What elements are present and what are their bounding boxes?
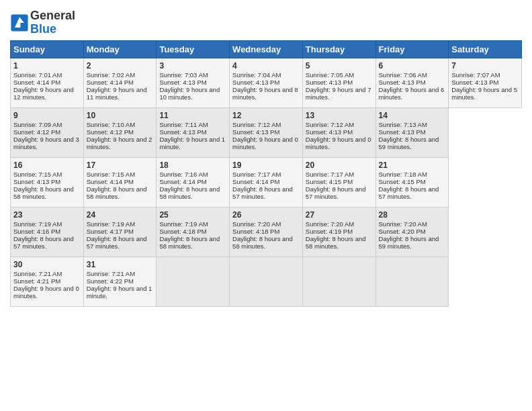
day-number: 31 (87, 260, 154, 269)
calendar-cell: 18Sunrise: 7:16 AMSunset: 4:14 PMDayligh… (157, 157, 230, 207)
calendar-week-row: 23Sunrise: 7:19 AMSunset: 4:16 PMDayligh… (11, 207, 522, 257)
calendar-cell: 2Sunrise: 7:02 AMSunset: 4:14 PMDaylight… (83, 58, 157, 107)
sunrise-label: Sunrise: 7:19 AM (13, 220, 62, 228)
calendar-week-row: 30Sunrise: 7:21 AMSunset: 4:21 PMDayligh… (11, 257, 522, 306)
logo-text-blue: Blue (30, 23, 75, 36)
day-number: 16 (13, 161, 81, 170)
day-number: 17 (87, 161, 154, 170)
sunset-label: Sunset: 4:13 PM (159, 79, 206, 86)
sunrise-label: Sunrise: 7:20 AM (379, 220, 427, 228)
calendar-cell: 21Sunrise: 7:18 AMSunset: 4:15 PMDayligh… (375, 157, 449, 207)
daylight-label: Daylight: 8 hours and 59 minutes. (379, 235, 439, 250)
sunrise-label: Sunrise: 7:17 AM (232, 171, 281, 178)
day-number: 14 (379, 111, 446, 120)
calendar-cell: 26Sunrise: 7:20 AMSunset: 4:18 PMDayligh… (230, 207, 303, 257)
daylight-label: Daylight: 9 hours and 5 minutes. (451, 86, 517, 101)
sunrise-label: Sunrise: 7:15 AM (13, 171, 62, 178)
logo: General Blue (10, 9, 75, 36)
calendar-header-row: SundayMondayTuesdayWednesdayThursdayFrid… (11, 40, 522, 58)
calendar-cell: 11Sunrise: 7:11 AMSunset: 4:13 PMDayligh… (157, 107, 230, 157)
day-number: 10 (87, 111, 154, 120)
daylight-label: Daylight: 9 hours and 0 minutes. (13, 285, 79, 300)
sunrise-label: Sunrise: 7:16 AM (159, 171, 208, 178)
sunset-label: Sunset: 4:13 PM (379, 79, 426, 86)
sunset-label: Sunset: 4:15 PM (306, 178, 353, 185)
sunset-label: Sunset: 4:14 PM (159, 178, 206, 185)
day-number: 4 (232, 61, 300, 71)
daylight-label: Daylight: 9 hours and 3 minutes. (13, 136, 79, 150)
calendar-cell: 10Sunrise: 7:10 AMSunset: 4:12 PMDayligh… (83, 107, 157, 157)
day-number: 9 (13, 111, 81, 120)
calendar-cell: 30Sunrise: 7:21 AMSunset: 4:21 PMDayligh… (11, 257, 84, 306)
sunrise-label: Sunrise: 7:20 AM (306, 220, 354, 228)
sunrise-label: Sunrise: 7:07 AM (451, 71, 500, 79)
sunrise-label: Sunrise: 7:19 AM (87, 220, 135, 228)
sunset-label: Sunset: 4:13 PM (232, 128, 279, 136)
sunset-label: Sunset: 4:16 PM (13, 228, 60, 235)
sunrise-label: Sunrise: 7:17 AM (306, 171, 354, 178)
sunrise-label: Sunrise: 7:02 AM (87, 71, 135, 79)
logo-text-general: General (30, 9, 75, 23)
daylight-label: Daylight: 9 hours and 2 minutes. (87, 136, 152, 150)
calendar-cell: 6Sunrise: 7:06 AMSunset: 4:13 PMDaylight… (375, 58, 449, 107)
sunrise-label: Sunrise: 7:01 AM (13, 71, 62, 79)
daylight-label: Daylight: 9 hours and 0 minutes. (306, 136, 371, 150)
sunset-label: Sunset: 4:14 PM (13, 79, 60, 86)
col-header-sunday: Sunday (11, 40, 84, 58)
day-number: 20 (306, 161, 373, 170)
sunset-label: Sunset: 4:13 PM (159, 128, 206, 136)
day-number: 28 (379, 210, 446, 220)
sunrise-label: Sunrise: 7:09 AM (13, 121, 62, 128)
day-number: 1 (13, 61, 81, 71)
calendar-week-row: 9Sunrise: 7:09 AMSunset: 4:12 PMDaylight… (11, 107, 522, 157)
col-header-wednesday: Wednesday (230, 40, 303, 58)
daylight-label: Daylight: 8 hours and 57 minutes. (232, 185, 293, 200)
logo-icon (10, 13, 29, 32)
sunrise-label: Sunrise: 7:04 AM (232, 71, 281, 79)
sunrise-label: Sunrise: 7:21 AM (87, 270, 135, 277)
daylight-label: Daylight: 8 hours and 58 minutes. (13, 185, 74, 200)
daylight-label: Daylight: 9 hours and 12 minutes. (13, 86, 74, 101)
daylight-label: Daylight: 8 hours and 58 minutes. (87, 185, 147, 200)
calendar-cell: 13Sunrise: 7:12 AMSunset: 4:13 PMDayligh… (302, 107, 375, 157)
calendar-cell: 7Sunrise: 7:07 AMSunset: 4:13 PMDaylight… (449, 58, 522, 107)
sunrise-label: Sunrise: 7:15 AM (87, 171, 135, 178)
calendar-cell: 4Sunrise: 7:04 AMSunset: 4:13 PMDaylight… (230, 58, 303, 107)
sunrise-label: Sunrise: 7:05 AM (306, 71, 354, 79)
sunset-label: Sunset: 4:13 PM (306, 79, 353, 86)
calendar-cell: 16Sunrise: 7:15 AMSunset: 4:13 PMDayligh… (11, 157, 84, 207)
sunrise-label: Sunrise: 7:21 AM (13, 270, 62, 277)
sunset-label: Sunset: 4:14 PM (87, 79, 134, 86)
daylight-label: Daylight: 9 hours and 6 minutes. (379, 86, 445, 101)
calendar-cell: 12Sunrise: 7:12 AMSunset: 4:13 PMDayligh… (230, 107, 303, 157)
day-number: 12 (232, 111, 300, 120)
calendar-cell: 23Sunrise: 7:19 AMSunset: 4:16 PMDayligh… (11, 207, 84, 257)
calendar-cell: 5Sunrise: 7:05 AMSunset: 4:13 PMDaylight… (302, 58, 375, 107)
sunset-label: Sunset: 4:20 PM (379, 228, 426, 235)
daylight-label: Daylight: 8 hours and 59 minutes. (379, 136, 439, 150)
day-number: 27 (306, 210, 373, 220)
day-number: 24 (87, 210, 154, 220)
sunset-label: Sunset: 4:17 PM (87, 228, 134, 235)
daylight-label: Daylight: 8 hours and 58 minutes. (232, 235, 293, 250)
daylight-label: Daylight: 8 hours and 57 minutes. (306, 185, 366, 200)
calendar-cell: 9Sunrise: 7:09 AMSunset: 4:12 PMDaylight… (11, 107, 84, 157)
calendar-cell: 24Sunrise: 7:19 AMSunset: 4:17 PMDayligh… (83, 207, 157, 257)
day-number: 5 (306, 61, 373, 71)
sunrise-label: Sunrise: 7:06 AM (379, 71, 427, 79)
daylight-label: Daylight: 9 hours and 1 minute. (159, 136, 225, 150)
sunset-label: Sunset: 4:22 PM (87, 277, 134, 285)
daylight-label: Daylight: 9 hours and 8 minutes. (232, 86, 298, 101)
daylight-label: Daylight: 9 hours and 7 minutes. (306, 86, 371, 101)
sunset-label: Sunset: 4:12 PM (13, 128, 60, 136)
day-number: 23 (13, 210, 81, 220)
sunset-label: Sunset: 4:13 PM (451, 79, 498, 86)
day-number: 19 (232, 161, 300, 170)
col-header-saturday: Saturday (449, 40, 522, 58)
page-container: General Blue SundayMondayTuesdayWednesda… (0, 0, 532, 314)
sunset-label: Sunset: 4:14 PM (232, 178, 279, 185)
calendar-cell: 27Sunrise: 7:20 AMSunset: 4:19 PMDayligh… (302, 207, 375, 257)
calendar-table: SundayMondayTuesdayWednesdayThursdayFrid… (10, 40, 522, 307)
calendar-cell: 20Sunrise: 7:17 AMSunset: 4:15 PMDayligh… (302, 157, 375, 207)
day-number: 11 (159, 111, 226, 120)
